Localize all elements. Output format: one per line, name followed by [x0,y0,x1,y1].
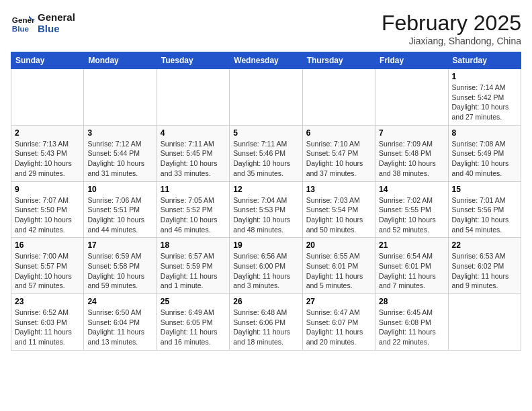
month-title: February 2025 [382,11,521,36]
day-info: Sunrise: 7:07 AM Sunset: 5:50 PM Dayligh… [15,195,80,235]
calendar-cell: 27Sunrise: 6:47 AM Sunset: 6:07 PM Dayli… [302,294,375,351]
calendar-cell: 7Sunrise: 7:09 AM Sunset: 5:48 PM Daylig… [375,125,448,181]
day-number: 28 [379,297,444,306]
svg-text:Blue: Blue [12,24,30,33]
day-info: Sunrise: 7:01 AM Sunset: 5:56 PM Dayligh… [452,195,517,235]
day-number: 13 [306,185,371,194]
logo-blue: Blue [38,23,75,34]
calendar-cell: 25Sunrise: 6:49 AM Sunset: 6:05 PM Dayli… [157,294,229,351]
day-info: Sunrise: 6:57 AM Sunset: 5:59 PM Dayligh… [161,251,226,291]
calendar-week-row: 16Sunrise: 7:00 AM Sunset: 5:57 PM Dayli… [11,238,521,294]
logo-general: General [38,11,75,23]
calendar-cell: 4Sunrise: 7:11 AM Sunset: 5:45 PM Daylig… [157,125,229,181]
day-number: 23 [15,297,80,306]
day-info: Sunrise: 7:03 AM Sunset: 5:54 PM Dayligh… [306,195,371,235]
calendar-cell: 14Sunrise: 7:02 AM Sunset: 5:55 PM Dayli… [375,181,448,238]
day-number: 17 [87,240,152,250]
location: Jiaxiang, Shandong, China [382,36,521,46]
day-info: Sunrise: 6:52 AM Sunset: 6:03 PM Dayligh… [15,308,80,347]
calendar-week-row: 23Sunrise: 6:52 AM Sunset: 6:03 PM Dayli… [11,294,521,351]
calendar-cell: 13Sunrise: 7:03 AM Sunset: 5:54 PM Dayli… [302,181,375,238]
day-number: 6 [306,128,371,138]
day-info: Sunrise: 7:12 AM Sunset: 5:44 PM Dayligh… [87,139,152,179]
calendar-cell: 22Sunrise: 6:53 AM Sunset: 6:02 PM Dayli… [448,238,521,294]
day-number: 3 [87,128,152,138]
day-info: Sunrise: 6:50 AM Sunset: 6:04 PM Dayligh… [87,308,152,347]
calendar-week-row: 1Sunrise: 7:14 AM Sunset: 5:42 PM Daylig… [11,69,521,126]
day-number: 25 [161,297,226,306]
calendar-cell: 10Sunrise: 7:06 AM Sunset: 5:51 PM Dayli… [84,181,157,238]
day-info: Sunrise: 7:14 AM Sunset: 5:42 PM Dayligh… [452,83,517,122]
day-number: 26 [233,297,298,306]
calendar-cell [302,69,375,126]
calendar-cell [84,69,157,126]
day-number: 7 [379,128,444,138]
page-header: General Blue General Blue February 2025 … [11,11,521,46]
day-info: Sunrise: 6:47 AM Sunset: 6:07 PM Dayligh… [306,308,371,347]
day-info: Sunrise: 7:04 AM Sunset: 5:53 PM Dayligh… [233,195,298,235]
calendar-table: SundayMondayTuesdayWednesdayThursdayFrid… [11,52,521,351]
weekday-header-thursday: Thursday [302,52,375,69]
calendar-cell: 19Sunrise: 6:56 AM Sunset: 6:00 PM Dayli… [230,238,302,294]
day-info: Sunrise: 7:02 AM Sunset: 5:55 PM Dayligh… [379,195,444,235]
calendar-cell [11,69,84,126]
day-info: Sunrise: 6:48 AM Sunset: 6:06 PM Dayligh… [233,308,298,347]
weekday-header-sunday: Sunday [11,52,84,69]
weekday-header-row: SundayMondayTuesdayWednesdayThursdayFrid… [11,52,521,69]
weekday-header-wednesday: Wednesday [230,52,302,69]
calendar-cell: 15Sunrise: 7:01 AM Sunset: 5:56 PM Dayli… [448,181,521,238]
day-number: 16 [15,240,80,250]
calendar-week-row: 2Sunrise: 7:13 AM Sunset: 5:43 PM Daylig… [11,125,521,181]
day-number: 4 [161,128,226,138]
calendar-cell: 5Sunrise: 7:11 AM Sunset: 5:46 PM Daylig… [230,125,302,181]
day-info: Sunrise: 6:53 AM Sunset: 6:02 PM Dayligh… [452,251,517,291]
calendar-cell: 20Sunrise: 6:55 AM Sunset: 6:01 PM Dayli… [302,238,375,294]
day-number: 14 [379,185,444,194]
day-number: 21 [379,240,444,250]
logo: General Blue General Blue [11,11,75,35]
day-info: Sunrise: 7:05 AM Sunset: 5:52 PM Dayligh… [161,195,226,235]
calendar-cell [230,69,302,126]
day-number: 18 [161,240,226,250]
calendar-cell: 1Sunrise: 7:14 AM Sunset: 5:42 PM Daylig… [448,69,521,126]
day-info: Sunrise: 7:09 AM Sunset: 5:48 PM Dayligh… [379,139,444,179]
calendar-cell: 24Sunrise: 6:50 AM Sunset: 6:04 PM Dayli… [84,294,157,351]
day-info: Sunrise: 6:45 AM Sunset: 6:08 PM Dayligh… [379,308,444,347]
day-number: 19 [233,240,298,250]
calendar-cell: 3Sunrise: 7:12 AM Sunset: 5:44 PM Daylig… [84,125,157,181]
day-number: 8 [452,128,517,138]
calendar-cell [448,294,521,351]
day-number: 2 [15,128,80,138]
day-number: 20 [306,240,371,250]
calendar-cell [157,69,229,126]
day-info: Sunrise: 6:55 AM Sunset: 6:01 PM Dayligh… [306,251,371,291]
calendar-cell: 16Sunrise: 7:00 AM Sunset: 5:57 PM Dayli… [11,238,84,294]
day-info: Sunrise: 7:00 AM Sunset: 5:57 PM Dayligh… [15,251,80,291]
calendar-cell: 6Sunrise: 7:10 AM Sunset: 5:47 PM Daylig… [302,125,375,181]
weekday-header-tuesday: Tuesday [157,52,229,69]
weekday-header-saturday: Saturday [448,52,521,69]
calendar-cell: 9Sunrise: 7:07 AM Sunset: 5:50 PM Daylig… [11,181,84,238]
day-number: 9 [15,185,80,194]
day-info: Sunrise: 6:54 AM Sunset: 6:01 PM Dayligh… [379,251,444,291]
calendar-cell: 2Sunrise: 7:13 AM Sunset: 5:43 PM Daylig… [11,125,84,181]
day-number: 10 [87,185,152,194]
day-info: Sunrise: 7:11 AM Sunset: 5:46 PM Dayligh… [233,139,298,179]
weekday-header-monday: Monday [84,52,157,69]
calendar-cell [375,69,448,126]
day-number: 1 [452,72,517,81]
logo-icon: General Blue [11,11,35,35]
calendar-cell: 28Sunrise: 6:45 AM Sunset: 6:08 PM Dayli… [375,294,448,351]
day-number: 24 [87,297,152,306]
day-number: 22 [452,240,517,250]
title-block: February 2025 Jiaxiang, Shandong, China [382,11,521,46]
day-number: 5 [233,128,298,138]
day-number: 11 [161,185,226,194]
day-info: Sunrise: 6:56 AM Sunset: 6:00 PM Dayligh… [233,251,298,291]
day-info: Sunrise: 7:13 AM Sunset: 5:43 PM Dayligh… [15,139,80,179]
day-number: 27 [306,297,371,306]
day-number: 12 [233,185,298,194]
calendar-cell: 18Sunrise: 6:57 AM Sunset: 5:59 PM Dayli… [157,238,229,294]
calendar-cell: 11Sunrise: 7:05 AM Sunset: 5:52 PM Dayli… [157,181,229,238]
day-info: Sunrise: 7:10 AM Sunset: 5:47 PM Dayligh… [306,139,371,179]
